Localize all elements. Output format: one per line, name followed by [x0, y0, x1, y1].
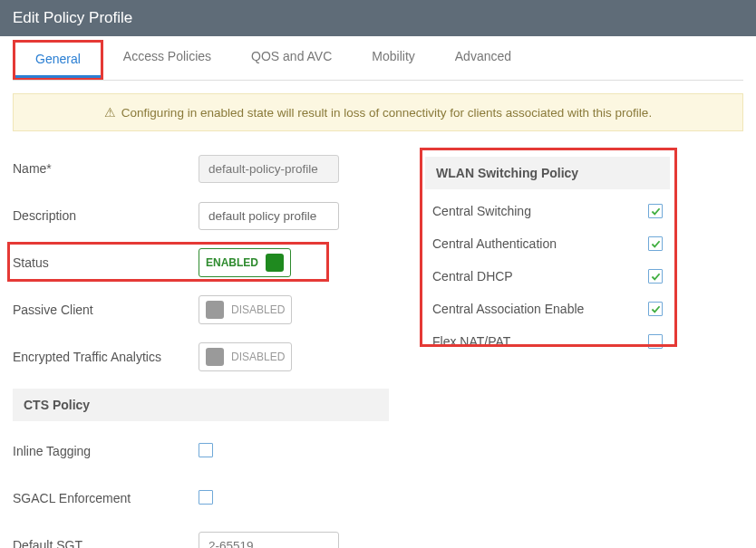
status-label: Status [13, 255, 199, 270]
sgacl-checkbox[interactable] [199, 490, 213, 505]
description-label: Description [13, 208, 199, 223]
toggle-knob-icon [266, 254, 284, 272]
central-switching-checkbox[interactable] [648, 204, 663, 218]
warning-icon: ⚠ [104, 106, 116, 120]
warning-banner: ⚠Configuring in enabled state will resul… [13, 93, 743, 131]
name-label: Name* [13, 161, 199, 176]
flex-nat-checkbox[interactable] [648, 334, 663, 349]
central-assoc-checkbox[interactable] [648, 302, 663, 316]
tab-bar: General Access Policies QOS and AVC Mobi… [13, 40, 743, 81]
central-assoc-label: Central Association Enable [432, 302, 584, 316]
tab-access-policies[interactable]: Access Policies [103, 40, 231, 80]
cts-policy-header: CTS Policy [13, 389, 389, 421]
left-column: Name* Description Status ENABLED Passive… [13, 153, 389, 548]
wlan-switching-header: WLAN Switching Policy [425, 157, 670, 189]
status-toggle[interactable]: ENABLED [199, 248, 291, 277]
modal-header: Edit Policy Profile [0, 0, 756, 36]
status-toggle-text: ENABLED [206, 256, 258, 269]
toggle-knob-icon [206, 301, 224, 319]
passive-toggle-text: DISABLED [231, 303, 285, 316]
inline-tagging-checkbox[interactable] [199, 443, 213, 457]
central-switching-label: Central Switching [432, 204, 531, 218]
default-sgt-label: Default SGT [13, 538, 199, 548]
eta-toggle-text: DISABLED [231, 351, 285, 363]
tab-mobility[interactable]: Mobility [352, 40, 434, 80]
tab-advanced[interactable]: Advanced [435, 40, 531, 80]
right-column: WLAN Switching Policy Central Switching … [425, 153, 743, 367]
name-input[interactable] [199, 155, 339, 183]
sgacl-label: SGACL Enforcement [13, 491, 199, 505]
description-input[interactable] [199, 202, 339, 230]
eta-label: Encrypted Traffic Analytics [13, 350, 199, 364]
flex-nat-label: Flex NAT/PAT [432, 334, 510, 349]
passive-client-toggle[interactable]: DISABLED [199, 295, 292, 324]
tab-qos-avc[interactable]: QOS and AVC [231, 40, 352, 80]
central-dhcp-label: Central DHCP [432, 269, 513, 284]
central-auth-checkbox[interactable] [648, 236, 663, 251]
central-dhcp-checkbox[interactable] [648, 269, 663, 284]
highlight-box-tab: General [13, 40, 103, 80]
inline-tagging-label: Inline Tagging [13, 444, 199, 458]
modal-title: Edit Policy Profile [13, 9, 132, 26]
central-auth-label: Central Authentication [432, 236, 557, 251]
tab-general[interactable]: General [15, 43, 101, 78]
eta-toggle[interactable]: DISABLED [199, 342, 292, 371]
passive-client-label: Passive Client [13, 303, 199, 317]
warning-text: Configuring in enabled state will result… [121, 106, 652, 120]
toggle-knob-icon [206, 348, 224, 366]
default-sgt-input[interactable] [199, 532, 339, 549]
